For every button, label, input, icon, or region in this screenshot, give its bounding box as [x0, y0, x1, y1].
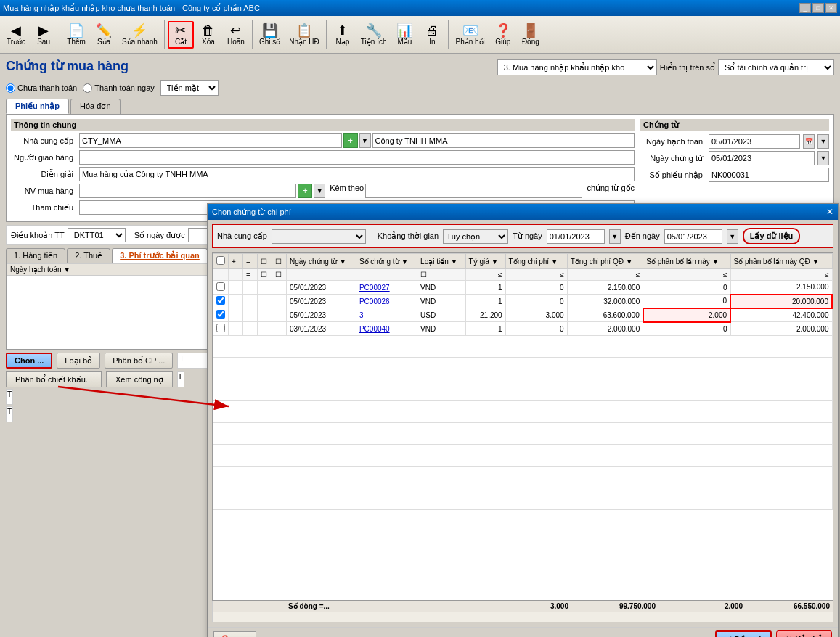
nha-cung-cap-input[interactable] [79, 133, 342, 148]
maximize-button[interactable]: □ [812, 3, 824, 13]
nha-cung-cap-name-input[interactable] [372, 133, 635, 148]
modal-close-button[interactable]: ✕ [826, 207, 833, 217]
delete-button[interactable]: 🗑 Xóa [195, 22, 221, 48]
payment-method-dropdown[interactable]: Tiền mặt [160, 80, 219, 96]
col-ngay-chung-tu[interactable]: Ngày chứng từ ▼ [287, 254, 356, 269]
kem-theo-input[interactable] [365, 184, 582, 198]
tab-thue[interactable]: 2. Thuế [67, 248, 110, 263]
document-type-dropdown[interactable]: 3. Mua hàng nhập khẩu nhập kho [497, 59, 657, 75]
dien-giai-input[interactable] [79, 167, 635, 181]
so-phieu-nhap-row: Số phiếu nhập [640, 168, 829, 182]
ngay-hach-toan-row: Ngày hạch toán 📅 ▼ [640, 134, 829, 149]
phan-bo-chiet-khau-button[interactable]: Phân bổ chiết khấu... [6, 371, 102, 387]
close-button[interactable]: ✕ [825, 3, 837, 13]
dong-y-button[interactable]: ✔ Đồng ý [715, 630, 772, 637]
back-button[interactable]: ◀ Trước [3, 22, 29, 48]
ngay-hach-toan-cal-button[interactable]: 📅 [803, 134, 815, 149]
tong-cp-qd-4: 2.000.000 [567, 322, 643, 336]
ngay-chung-tu-input[interactable] [709, 151, 815, 165]
utilities-button[interactable]: 🔧 Tiện ích [357, 22, 391, 48]
ngay-2: 05/01/2023 [287, 295, 356, 308]
col-checkbox-all[interactable] [213, 254, 229, 269]
cut-button[interactable]: ✂ Cắt [168, 21, 194, 49]
nv-mua-hang-label: NV mua hàng [11, 186, 76, 195]
ngay-hach-toan-dropdown-button[interactable]: ▼ [817, 134, 829, 149]
tong-cp-qd-1: 2.150.000 [567, 281, 643, 295]
cancel-button[interactable]: ↩ Hoãn [223, 22, 249, 48]
phan-bo-button[interactable]: Phân bổ CP ... [105, 353, 173, 369]
so-2[interactable]: PC00026 [356, 295, 417, 308]
huy-bo-button[interactable]: ✕ Hủy bỏ [776, 630, 832, 637]
nha-cung-cap-add-button[interactable]: + [343, 133, 358, 148]
so-lan-nay-3[interactable]: 2.000 [643, 308, 730, 322]
next-button[interactable]: ▶ Sau [30, 22, 57, 48]
add-button[interactable]: 📄 Thêm [63, 22, 89, 48]
col-add-all[interactable]: + [229, 254, 243, 269]
close-app-button[interactable]: 🚪 Đóng [518, 22, 544, 48]
horizontal-scrollbar[interactable] [212, 612, 833, 622]
tab-phieu-nhap[interactable]: Phiếu nhập [6, 99, 69, 114]
nv-mua-hang-dropdown-button[interactable]: ▼ [314, 184, 325, 198]
tab-hang-tien[interactable]: 1. Hàng tiền [6, 248, 65, 263]
den-ngay-dropdown-button[interactable]: ▼ [727, 229, 738, 244]
modal-title: Chon chứng từ chi phí [212, 207, 291, 217]
col-so-phan-bo-lan-nay[interactable]: Số phân bổ lần này ▼ [643, 254, 730, 269]
so-ngay-label: Số ngày được [134, 231, 185, 240]
den-ngay-input[interactable] [664, 229, 722, 244]
so-lan-nay-qd-4: 2.000.000 [730, 322, 832, 336]
loai-2: VND [417, 295, 466, 308]
col-filter[interactable]: = [243, 254, 258, 269]
help-button[interactable]: ❓ Giúp [490, 22, 516, 48]
col-tong-chi-phi[interactable]: Tổng chi phí ▼ [505, 254, 567, 269]
ngay-hach-toan-input[interactable] [709, 134, 800, 149]
ty-gia-1: 1 [465, 281, 505, 295]
tu-ngay-dropdown-button[interactable]: ▼ [609, 229, 621, 244]
chon-button[interactable]: Chon ... [6, 353, 52, 369]
col-loai-tien[interactable]: Loại tiền ▼ [417, 254, 466, 269]
so-4[interactable]: PC00040 [356, 322, 417, 336]
feedback-button[interactable]: 📧 Phản hồi [452, 22, 488, 48]
unpaid-radio[interactable]: Chưa thanh toán [6, 83, 77, 93]
template-button[interactable]: 📊 Mẫu [391, 22, 417, 48]
modal-help-button[interactable]: ❓ Giúp [213, 631, 256, 637]
footer-tong-cp: 99.750.000 [571, 602, 658, 610]
col-tong-chi-phi-qd[interactable]: Tổng chi phí QĐ ▼ [567, 254, 643, 269]
so-phieu-nhap-input[interactable] [709, 168, 829, 182]
nha-cung-cap-dropdown-button[interactable]: ▼ [359, 133, 371, 148]
nha-cung-cap-filter-dropdown[interactable] [272, 229, 366, 244]
load-button[interactable]: ⬆ Nạp [330, 22, 356, 48]
modal-action-buttons: ✔ Đồng ý ✕ Hủy bỏ [715, 630, 832, 637]
lay-du-lieu-button[interactable]: Lấy dữ liệu [743, 228, 801, 244]
xem-cong-no-button[interactable]: Xem công nợ [106, 371, 173, 387]
so-lan-nay-qd-2[interactable]: 20.000.000 [730, 295, 832, 308]
so-lan-nay-2: 0 [643, 295, 730, 308]
khoang-thoi-gian-dropdown[interactable]: Tùy chọn [443, 229, 508, 244]
minimize-button[interactable]: _ [799, 3, 811, 13]
modal-grid[interactable]: + = ☐ ☐ Ngày chứng từ ▼ Số chứng từ ▼ Lo… [212, 252, 833, 601]
post-button[interactable]: 💾 Ghi số [256, 22, 284, 48]
nv-mua-hang-add-button[interactable]: + [298, 184, 312, 198]
nguoi-giao-hang-input[interactable] [79, 150, 635, 165]
print-button[interactable]: 🖨 In [419, 22, 445, 48]
loai-bo-button[interactable]: Loại bỏ [57, 353, 100, 369]
print-icon: 🖨 [425, 24, 439, 37]
tab-hoa-don[interactable]: Hóa đơn [70, 99, 120, 114]
nv-mua-hang-input[interactable] [79, 184, 296, 198]
chung-tu-title: Chứng từ [640, 119, 829, 131]
quick-edit-button[interactable]: ⚡ Sửa nhanh [118, 22, 161, 48]
tu-ngay-input[interactable] [547, 229, 605, 244]
col-so-phan-bo-lan-nay-qd[interactable]: Số phân bổ lần này QĐ ▼ [730, 254, 832, 269]
display-mode-dropdown[interactable]: Sổ tài chính và quản trị [718, 59, 834, 75]
so-3[interactable]: 3 [356, 308, 417, 322]
so-1[interactable]: PC00027 [356, 281, 417, 295]
receive-button[interactable]: 📋 Nhận HĐ [285, 22, 323, 48]
col-so-chung-tu[interactable]: Số chứng từ ▼ [356, 254, 417, 269]
col-ty-gia[interactable]: Tỷ giá ▼ [465, 254, 505, 269]
paid-radio[interactable]: Thanh toán ngay [83, 83, 155, 93]
ngay-chung-tu-dropdown-button[interactable]: ▼ [817, 151, 829, 165]
window-controls[interactable]: _ □ ✕ [799, 3, 837, 13]
dieu-khoan-dropdown[interactable]: DKTT01 [68, 228, 126, 242]
edit-button[interactable]: ✏️ Sửa [91, 22, 117, 48]
nv-mua-hang-row: NV mua hàng + ▼ Kèm theo chứng từ gốc [11, 184, 635, 198]
tab-phi-truoc-bai-quan[interactable]: 3. Phí trước bải quan [112, 248, 208, 263]
